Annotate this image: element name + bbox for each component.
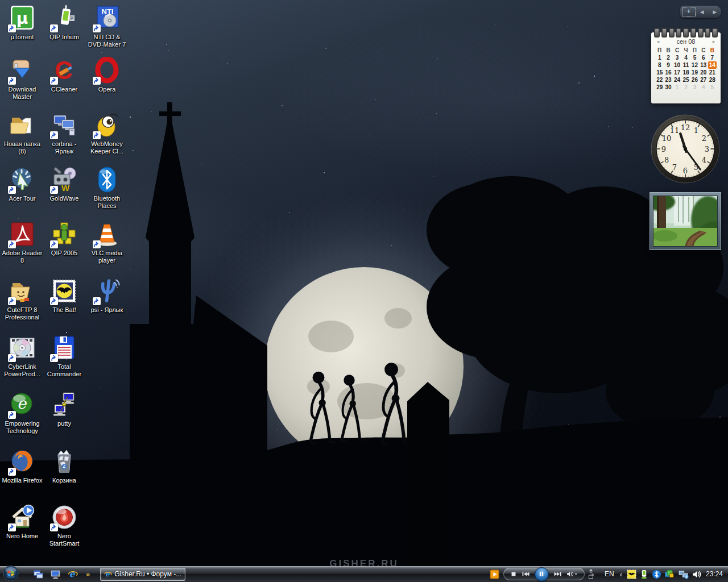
psi-icon [93, 277, 121, 305]
calendar-day-cell: 19 [690, 69, 699, 76]
adobe-reader-icon [9, 221, 36, 248]
media-pause-button[interactable] [535, 567, 549, 581]
desktop-icon-label: QIP Infium [43, 34, 85, 41]
desktop-icon-vlc[interactable]: VLC media player [86, 221, 128, 264]
add-gadget-button[interactable]: + [682, 7, 696, 17]
toolbar-restore-button[interactable] [588, 568, 594, 580]
desktop-icon-total-commander[interactable]: Total Commander [43, 334, 85, 378]
desktop-icon-webmoney[interactable]: WebMoney Keeper Cl... [86, 111, 128, 155]
media-stop-button[interactable] [510, 570, 518, 578]
spiral-ring [683, 28, 689, 38]
slideshow-gadget[interactable] [650, 192, 721, 250]
calendar-gadget[interactable]: ◂ сен 08 ▸ ПВСЧПСВ1234567891011121314151… [651, 32, 721, 103]
desktop-icon-adobe-reader[interactable]: Adobe Reader 8 [1, 221, 43, 264]
notification-area [627, 569, 674, 579]
desktop-icon-label: Mozilla Firefox [1, 477, 43, 484]
quick-launch-show-desktop-icon[interactable] [50, 569, 61, 580]
start-button[interactable] [2, 565, 19, 582]
desktop-icon-cyberlink[interactable]: CyberLink PowerProd... [1, 334, 43, 378]
desktop-icon-acer-tour[interactable]: Acer Tour [1, 166, 43, 202]
spiral-ring [669, 28, 675, 38]
calendar-day-cell: 30 [664, 84, 672, 91]
desktop-icon-corbina[interactable]: corbina - Ярлык [43, 111, 85, 155]
desktop-icon-thebat[interactable]: The Bat! [43, 277, 85, 314]
media-player-toolbar-icon[interactable] [490, 569, 499, 579]
tray-collapse-arrow[interactable]: ‹ [620, 571, 622, 578]
desktop-icon-qip-2005[interactable]: QIP 2005 [43, 221, 85, 257]
media-volume-button[interactable] [566, 571, 578, 577]
shortcut-arrow-icon [50, 77, 58, 85]
desktop-icon-goldwave[interactable]: WGoldWave [43, 166, 85, 202]
desktop-icon-utorrent[interactable]: µµTorrent [1, 5, 43, 41]
calendar-day-cell: 25 [681, 76, 690, 84]
desktop-icon-recycle-bin[interactable]: Корзина [43, 448, 85, 484]
desktop-icon-firefox[interactable]: Mozilla Firefox [1, 448, 43, 484]
desktop-icon-label: The Bat! [43, 306, 85, 314]
media-previous-button[interactable] [521, 571, 531, 577]
calendar-day-cell: 29 [655, 84, 664, 91]
desktop-icon-ccleaner[interactable]: CCCleaner [43, 57, 85, 93]
svg-text:e: e [69, 569, 76, 579]
nero-home-icon [9, 504, 36, 531]
gadget-next-button[interactable]: ▶ [713, 9, 717, 15]
shortcut-arrow-icon [8, 523, 16, 531]
clock-numeral: 11 [670, 126, 680, 135]
tray-qip-icon[interactable] [639, 569, 649, 579]
spiral-ring [705, 28, 710, 38]
desktop-icon-label: Empowering Technology [1, 420, 43, 435]
tray-network-icon[interactable] [678, 569, 689, 579]
calendar-day-cell: 28 [708, 76, 717, 84]
desktop-icon-qip-infium[interactable]: PQIP Infium [43, 5, 85, 41]
desktop-icon-opera[interactable]: Opera [86, 57, 128, 93]
spiral-ring [712, 28, 718, 38]
calendar-day-cell: 24 [673, 76, 681, 84]
spiral-ring [698, 28, 704, 38]
spiral-ring [676, 28, 681, 38]
calendar-day-cell: 10 [673, 61, 681, 69]
quick-launch-switch-windows-icon[interactable] [33, 569, 44, 580]
desktop-icon-psi[interactable]: psi - Ярлык [86, 277, 128, 314]
desktop-icon-nero-home[interactable]: Nero Home [1, 504, 43, 540]
vlc-icon [93, 221, 121, 248]
media-next-button[interactable] [553, 571, 562, 577]
clock-numeral: 10 [662, 134, 672, 143]
opera-icon [93, 57, 121, 84]
acer-tour-icon [9, 166, 36, 193]
spiral-ring [654, 28, 660, 38]
tray-webmoney-icon[interactable] [664, 569, 674, 579]
desktop-icon-download-master[interactable]: Download Master [1, 57, 43, 101]
calendar-prev-button[interactable]: ◂ [655, 39, 661, 44]
calendar-day-header: В [664, 47, 672, 54]
language-indicator[interactable]: EN [605, 570, 614, 578]
nti-icon: NTI [93, 5, 121, 32]
tray-the-bat-icon[interactable] [627, 569, 636, 579]
qip-infium-icon: P [51, 5, 78, 32]
tray-volume-icon[interactable] [692, 569, 701, 579]
gadget-prev-button[interactable]: ◀ [700, 9, 704, 15]
calendar-day-cell: 2 [664, 54, 672, 61]
calendar-day-cell: 2 [681, 84, 690, 91]
desktop-icon-bluetooth[interactable]: Bluetooth Places [86, 166, 128, 210]
desktop-icon-nti[interactable]: NTINTI CD & DVD-Maker 7 [86, 5, 128, 48]
clock-gadget[interactable]: 123456789101112 [650, 114, 721, 184]
calendar-next-button[interactable]: ▸ [710, 39, 717, 44]
desktop-icon-label: Nero Home [1, 533, 43, 540]
total-commander-icon [51, 334, 78, 361]
taskbar-task-button[interactable]: e Gisher.Ru • Форум -... [100, 568, 185, 581]
desktop-icon-cuteftp[interactable]: CuteFTP 8 Professional [1, 277, 43, 321]
nero-startsmart-icon [51, 504, 78, 531]
desktop-icon-folder[interactable]: Новая папка (8) [1, 111, 43, 155]
desktop-icon-empowering[interactable]: eEmpowering Technology [1, 391, 43, 435]
quick-launch-overflow-chevron[interactable]: » [86, 570, 90, 579]
calendar-day-cell: 1 [655, 54, 664, 61]
shortcut-arrow-icon [8, 240, 16, 248]
calendar-day-cell: 11 [681, 61, 690, 69]
calendar-spiral-binding [654, 28, 718, 38]
calendar-day-header: С [699, 47, 708, 54]
desktop-icon-putty[interactable]: putty [43, 391, 85, 427]
desktop-icon-label: Adobe Reader 8 [1, 250, 43, 264]
tray-bluetooth-icon[interactable] [652, 569, 661, 579]
desktop-icon-nero-startsmart[interactable]: Nero StartSmart [43, 504, 85, 547]
taskbar-clock[interactable]: 23:24 [706, 570, 723, 578]
quick-launch-internet-explorer-icon[interactable]: e [67, 569, 78, 580]
